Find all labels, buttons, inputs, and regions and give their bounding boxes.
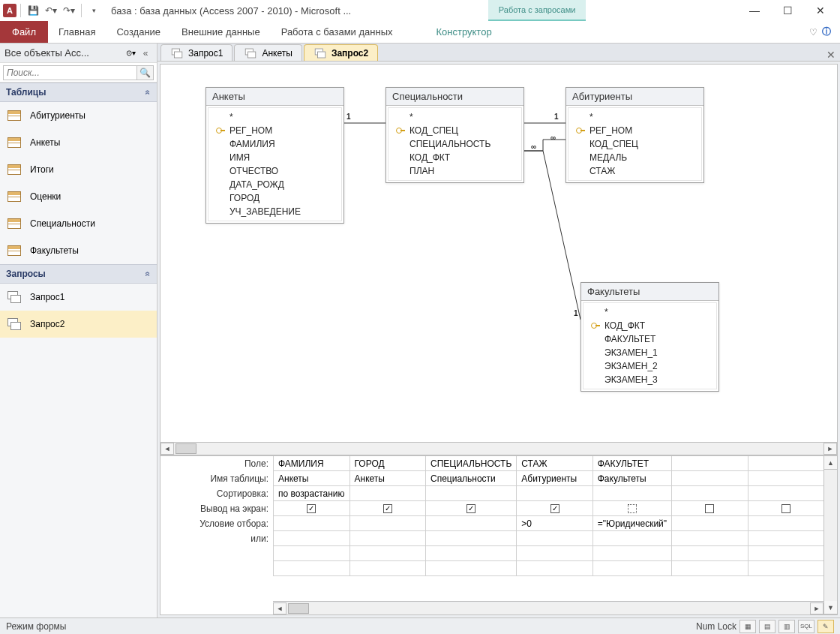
field-row[interactable]: ЭКЗАМЕН_1 xyxy=(588,346,712,359)
field-row[interactable]: ФАКУЛЬТЕТ xyxy=(588,332,712,346)
field-row[interactable]: ИМЯ xyxy=(213,151,337,164)
view-pivot-icon[interactable]: ▤ xyxy=(759,620,776,633)
qbe-blank[interactable] xyxy=(350,546,425,561)
field-row[interactable]: ФАМИЛИЯ xyxy=(213,137,337,151)
nav-collapse-icon[interactable]: « xyxy=(139,47,152,60)
ribbon-tab-design[interactable]: Конструктор xyxy=(426,21,502,43)
help-icon[interactable]: ⓘ xyxy=(822,26,831,38)
diagram-hscroll[interactable]: ◄ ► xyxy=(160,442,837,455)
qbe-blank[interactable] xyxy=(426,561,516,576)
field-row[interactable]: ПЛАН xyxy=(393,164,517,178)
redo-icon[interactable]: ↷▾ xyxy=(61,2,77,19)
qbe-table-name[interactable]: Абитуриенты xyxy=(517,471,592,486)
nav-item[interactable]: Абитуриенты xyxy=(0,102,157,129)
qbe-blank[interactable] xyxy=(274,561,350,576)
scroll-up-icon[interactable]: ▲ xyxy=(824,456,837,470)
save-icon[interactable]: 💾 xyxy=(25,2,41,19)
qbe-criteria[interactable] xyxy=(672,516,747,531)
diagram-pane[interactable]: 1 1 1 ∞ ∞ 1 Анкеты*РЕГ_НОМФАМИЛИЯИМЯОТЧЕ… xyxy=(160,65,837,442)
qbe-blank[interactable] xyxy=(593,561,671,576)
qbe-criteria[interactable] xyxy=(426,516,516,531)
ribbon-tab-dbtools[interactable]: Работа с базами данных xyxy=(271,21,404,43)
field-row[interactable]: * xyxy=(393,110,517,124)
scroll-thumb[interactable] xyxy=(288,603,309,614)
qbe-show[interactable] xyxy=(593,501,671,516)
qbe-blank[interactable] xyxy=(350,561,425,576)
qbe-sort[interactable] xyxy=(426,486,516,501)
qat-customize-icon[interactable]: ▾ xyxy=(86,2,102,19)
table-box[interactable]: Анкеты*РЕГ_НОМФАМИЛИЯИМЯОТЧЕСТВОДАТА_РОЖ… xyxy=(206,87,344,224)
field-row[interactable]: КОД_СПЕЦ xyxy=(393,124,517,137)
qbe-criteria[interactable]: >0 xyxy=(517,516,592,531)
table-box[interactable]: Абитуриенты*РЕГ_НОМКОД_СПЕЦМЕДАЛЬСТАЖ xyxy=(566,87,704,183)
ribbon-tab-home[interactable]: Главная xyxy=(48,21,106,43)
field-row[interactable]: ДАТА_РОЖД xyxy=(213,178,337,191)
table-box[interactable]: Специальности*КОД_СПЕЦСПЕЦИАЛЬНОСТЬКОД_Ф… xyxy=(386,87,524,183)
qbe-field[interactable]: ФАКУЛЬТЕТ xyxy=(593,456,671,471)
table-box[interactable]: Факультеты*КОД_ФКТФАКУЛЬТЕТЭКЗАМЕН_1ЭКЗА… xyxy=(580,282,719,392)
field-row[interactable]: * xyxy=(213,110,337,124)
qbe-columns[interactable]: ФАМИЛИЯАнкетыпо возрастанию✓ГОРОДАнкеты✓… xyxy=(273,456,824,614)
qbe-sort[interactable] xyxy=(593,486,671,501)
qbe-or[interactable] xyxy=(350,531,425,546)
qbe-field[interactable]: ГОРОД xyxy=(350,456,425,471)
qbe-column[interactable]: ФАКУЛЬТЕТФакультеты="Юридический" xyxy=(592,456,671,576)
qbe-blank[interactable] xyxy=(748,561,824,576)
scroll-left-icon[interactable]: ◄ xyxy=(273,602,286,614)
scroll-right-icon[interactable]: ► xyxy=(824,443,837,455)
nav-item[interactable]: Итоги xyxy=(0,156,157,183)
qbe-sort[interactable] xyxy=(350,486,425,501)
ribbon-minimize-icon[interactable]: ♡ xyxy=(809,27,818,38)
nav-item[interactable]: Запрос2 xyxy=(0,311,157,338)
qbe-table-name[interactable]: Факультеты xyxy=(593,471,671,486)
document-tab[interactable]: Запрос1 xyxy=(160,44,232,61)
document-close-icon[interactable]: ✕ xyxy=(826,49,840,61)
nav-group-header[interactable]: Таблицы« xyxy=(0,83,157,102)
qbe-hscroll[interactable]: ◄ ► xyxy=(273,601,824,614)
field-row[interactable]: ОТЧЕСТВО xyxy=(213,164,337,178)
qbe-or[interactable] xyxy=(274,531,350,546)
qbe-blank[interactable] xyxy=(517,546,592,561)
qbe-field[interactable]: ФАМИЛИЯ xyxy=(274,456,350,471)
qbe-show[interactable] xyxy=(672,501,747,516)
field-row[interactable]: КОД_ФКТ xyxy=(588,319,712,332)
qbe-sort[interactable] xyxy=(672,486,747,501)
undo-icon[interactable]: ↶▾ xyxy=(43,2,59,19)
qbe-table-name[interactable]: Анкеты xyxy=(350,471,425,486)
field-row[interactable]: УЧ_ЗАВЕДЕНИЕ xyxy=(213,205,337,218)
qbe-field[interactable] xyxy=(672,456,747,471)
field-row[interactable]: * xyxy=(573,110,697,124)
qbe-column[interactable]: СПЕЦИАЛЬНОСТЬСпециальности✓ xyxy=(425,456,516,576)
qbe-criteria[interactable] xyxy=(748,516,824,531)
field-row[interactable]: МЕДАЛЬ xyxy=(573,151,697,164)
qbe-vscroll[interactable]: ▲ ▼ xyxy=(824,456,837,614)
nav-item[interactable]: Анкеты xyxy=(0,129,157,156)
nav-group-header[interactable]: Запросы« xyxy=(0,264,157,284)
field-row[interactable]: ГОРОД xyxy=(213,191,337,205)
qbe-sort[interactable] xyxy=(748,486,824,501)
nav-item[interactable]: Специальности xyxy=(0,210,157,237)
field-row[interactable]: КОД_ФКТ xyxy=(393,151,517,164)
nav-header[interactable]: Все объекты Acc... ⊙▾ « xyxy=(0,44,157,63)
ribbon-tab-external[interactable]: Внешние данные xyxy=(171,21,271,43)
field-row[interactable]: СПЕЦИАЛЬНОСТЬ xyxy=(393,137,517,151)
field-row[interactable]: ЭКЗАМЕН_3 xyxy=(588,373,712,386)
scroll-right-icon[interactable]: ► xyxy=(810,602,824,614)
qbe-show[interactable] xyxy=(748,501,824,516)
scroll-thumb[interactable] xyxy=(176,443,196,454)
maximize-button[interactable]: ☐ xyxy=(771,0,804,21)
qbe-field[interactable]: СПЕЦИАЛЬНОСТЬ xyxy=(426,456,516,471)
qbe-or[interactable] xyxy=(517,531,592,546)
qbe-column[interactable]: ФАМИЛИЯАнкетыпо возрастанию✓ xyxy=(273,456,350,576)
field-row[interactable]: РЕГ_НОМ xyxy=(573,124,697,137)
qbe-column[interactable] xyxy=(748,456,824,576)
qbe-sort[interactable] xyxy=(517,486,592,501)
field-row[interactable]: КОД_СПЕЦ xyxy=(573,137,697,151)
qbe-show[interactable]: ✓ xyxy=(350,501,425,516)
search-input[interactable] xyxy=(3,65,137,80)
qbe-blank[interactable] xyxy=(517,561,592,576)
qbe-table-name[interactable] xyxy=(748,471,824,486)
qbe-show[interactable]: ✓ xyxy=(517,501,592,516)
qbe-criteria[interactable]: ="Юридический" xyxy=(593,516,671,531)
qbe-criteria[interactable] xyxy=(274,516,350,531)
